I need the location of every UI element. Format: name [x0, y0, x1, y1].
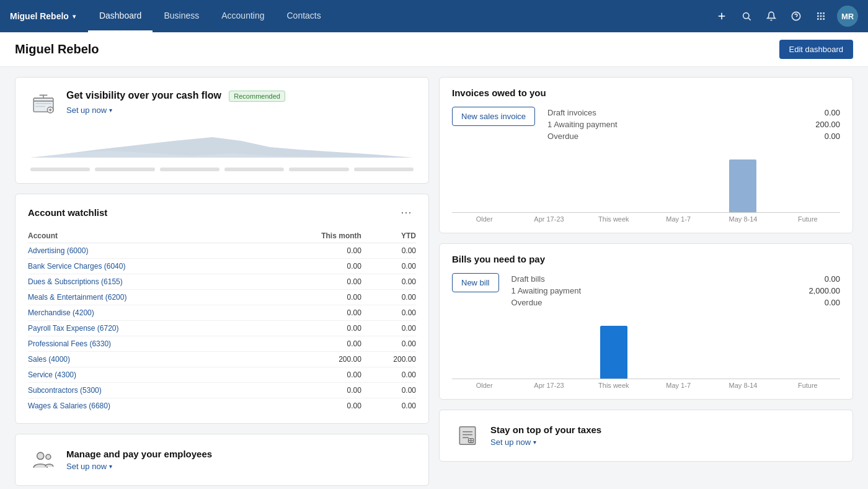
month-cell: 0.00 — [265, 321, 361, 336]
bills-card: Bills you need to pay New bill Draft bil… — [439, 243, 853, 400]
ytd-cell: 0.00 — [361, 305, 416, 321]
employees-text: Manage and pay your employees Set up now… — [66, 449, 212, 471]
top-nav: Miguel Rebelo ▾ Dashboard Business Accou… — [0, 0, 868, 32]
taxes-icon — [454, 423, 480, 449]
bar-col — [516, 157, 581, 212]
new-bill-button[interactable]: New bill — [452, 273, 499, 292]
stat-row: 1 Awaiting payment200.00 — [547, 119, 840, 130]
new-invoice-button[interactable]: New sales invoice — [452, 107, 535, 126]
bar-col — [452, 157, 516, 212]
svg-rect-12 — [817, 18, 819, 20]
watchlist-more-button[interactable]: ⋯ — [397, 204, 416, 220]
watchlist-header: Account watchlist ⋯ — [28, 204, 416, 220]
account-cell[interactable]: Sales (4000) — [28, 352, 265, 367]
watchlist-title: Account watchlist — [28, 207, 107, 218]
account-cell[interactable]: Service (4300) — [28, 367, 265, 383]
bills-chart: OlderApr 17-23This weekMay 1-7May 8-14Fu… — [452, 318, 840, 389]
account-cell[interactable]: Dues & Subscriptions (6155) — [28, 274, 265, 290]
bar-col — [776, 323, 840, 379]
bar — [600, 326, 627, 379]
bar-col — [646, 157, 711, 212]
nav-contacts[interactable]: Contacts — [276, 0, 332, 32]
chart-line-4 — [224, 168, 284, 171]
chart-line-5 — [289, 168, 348, 171]
stat-label: 1 Awaiting payment — [547, 120, 618, 129]
bills-title: Bills you need to pay — [452, 254, 840, 264]
taxes-text: Stay on top of your taxes Set up now ▾ — [490, 424, 601, 447]
account-cell[interactable]: Advertising (6000) — [28, 243, 265, 259]
bar-col — [582, 323, 646, 379]
account-cell[interactable]: Wages & Salaries (6680) — [28, 398, 265, 414]
month-cell: 0.00 — [265, 274, 361, 290]
employees-chevron-icon: ▾ — [109, 463, 112, 470]
table-row: Advertising (6000) 0.00 0.00 — [28, 243, 416, 259]
col-ytd: YTD — [361, 229, 416, 243]
cashflow-text: Get visibility over your cash flow Recom… — [66, 90, 285, 115]
bar-col — [711, 157, 775, 212]
chart-line-1 — [30, 168, 90, 171]
brand-menu[interactable]: Miguel Rebelo ▾ — [10, 11, 83, 21]
invoices-title: Invoices owed to you — [452, 87, 840, 98]
bar-col — [711, 323, 775, 379]
svg-rect-8 — [823, 12, 825, 14]
nav-links: Dashboard Business Accounting Contacts — [88, 0, 711, 32]
page-title: Miguel Rebelo — [15, 42, 99, 56]
cashflow-title: Get visibility over your cash flow Recom… — [66, 90, 285, 102]
svg-point-24 — [37, 452, 44, 459]
svg-rect-6 — [817, 12, 819, 14]
account-cell[interactable]: Bank Service Charges (6040) — [28, 259, 265, 274]
employees-card: Manage and pay your employees Set up now… — [15, 434, 429, 486]
account-cell[interactable]: Meals & Entertainment (6200) — [28, 290, 265, 305]
employees-setup-link[interactable]: Set up now ▾ — [66, 462, 212, 471]
taxes-card: Stay on top of your taxes Set up now ▾ — [439, 410, 853, 462]
bar-chart-container — [452, 157, 840, 213]
nav-accounting[interactable]: Accounting — [210, 0, 275, 32]
recommended-badge: Recommended — [229, 91, 285, 102]
invoices-chart: OlderApr 17-23This weekMay 1-7May 8-14Fu… — [452, 152, 840, 223]
cashflow-setup-link[interactable]: Set up now ▾ — [66, 105, 285, 115]
stat-row: Overdue0.00 — [547, 130, 840, 142]
table-row: Sales (4000) 200.00 200.00 — [28, 352, 416, 367]
brand-label: Miguel Rebelo — [10, 11, 69, 21]
ytd-cell: 0.00 — [361, 274, 416, 290]
table-row: Dues & Subscriptions (6155) 0.00 0.00 — [28, 274, 416, 290]
nav-business[interactable]: Business — [153, 0, 210, 32]
svg-rect-10 — [820, 16, 822, 17]
help-button[interactable] — [785, 5, 807, 27]
month-cell: 0.00 — [265, 243, 361, 259]
svg-line-3 — [748, 18, 751, 20]
stat-label: 1 Awaiting payment — [512, 286, 582, 295]
col-account: Account — [28, 229, 265, 243]
account-cell[interactable]: Payroll Tax Expense (6720) — [28, 321, 265, 336]
table-row: Meals & Entertainment (6200) 0.00 0.00 — [28, 290, 416, 305]
search-button[interactable] — [735, 5, 758, 27]
stat-row: Draft invoices0.00 — [547, 107, 840, 119]
ytd-cell: 0.00 — [361, 367, 416, 383]
account-cell[interactable]: Professional Fees (6330) — [28, 336, 265, 352]
stat-row: Draft bills0.00 — [512, 273, 840, 285]
taxes-setup-link[interactable]: Set up now ▾ — [490, 437, 601, 447]
account-cell[interactable]: Subcontractors (5300) — [28, 383, 265, 398]
chart-lines — [30, 168, 414, 171]
taxes-title: Stay on top of your taxes — [490, 424, 601, 435]
nav-dashboard[interactable]: Dashboard — [88, 0, 153, 32]
bar-col — [776, 157, 840, 212]
svg-point-2 — [743, 13, 749, 19]
svg-rect-7 — [820, 12, 822, 14]
ytd-cell: 0.00 — [361, 243, 416, 259]
svg-rect-11 — [823, 16, 825, 17]
apps-button[interactable] — [810, 5, 832, 27]
invoices-top: New sales invoice Draft invoices0.001 Aw… — [452, 107, 840, 142]
table-row: Subcontractors (5300) 0.00 0.00 — [28, 383, 416, 398]
add-button[interactable] — [711, 5, 733, 27]
table-row: Payroll Tax Expense (6720) 0.00 0.00 — [28, 321, 416, 336]
edit-dashboard-button[interactable]: Edit dashboard — [779, 40, 853, 59]
account-cell[interactable]: Merchandise (4200) — [28, 305, 265, 321]
notifications-button[interactable] — [760, 5, 782, 27]
cashflow-chart — [30, 123, 414, 173]
cashflow-icon — [30, 90, 56, 116]
left-column: Get visibility over your cash flow Recom… — [15, 77, 429, 489]
svg-rect-14 — [823, 18, 825, 20]
nav-actions: MR — [711, 5, 858, 27]
user-avatar[interactable]: MR — [837, 6, 858, 27]
